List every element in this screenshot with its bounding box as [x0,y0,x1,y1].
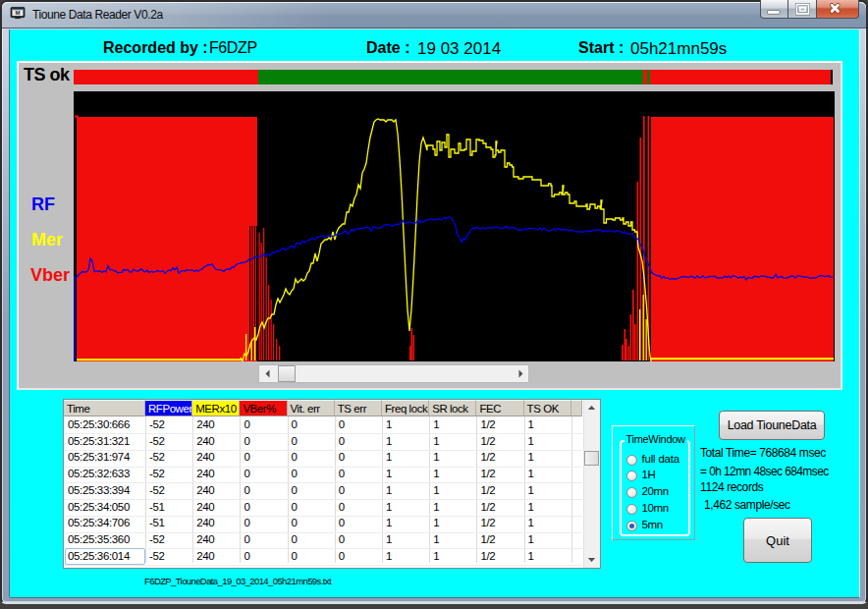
svg-text:M: M [15,10,20,16]
